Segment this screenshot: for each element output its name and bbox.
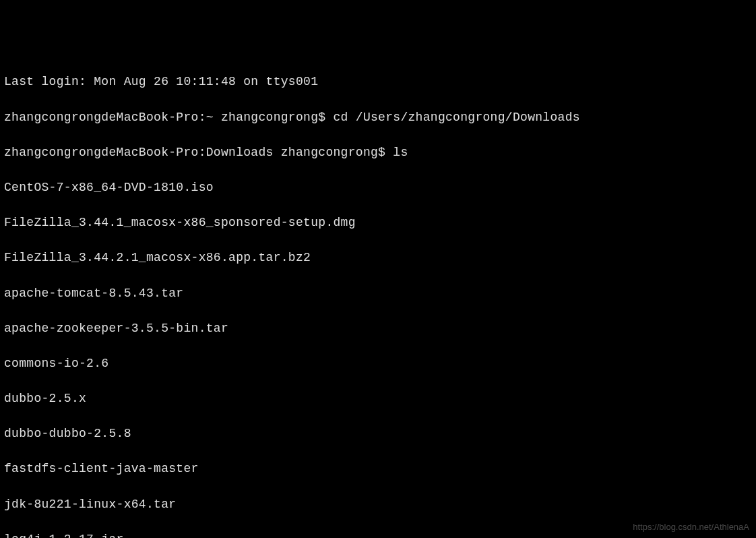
command-line-cd-downloads: zhangcongrongdeMacBook-Pro:~ zhangcongro…: [4, 109, 752, 126]
ls-output-item: apache-tomcat-8.5.43.tar: [4, 285, 752, 302]
prompt-home: zhangcongrongdeMacBook-Pro:~ zhangcongro…: [4, 111, 333, 124]
cmd-ls-1: ls: [393, 146, 408, 159]
ls-output-item: jdk-8u221-linux-x64.tar: [4, 496, 752, 513]
ls-output-item: FileZilla_3.44.1_macosx-x86_sponsored-se…: [4, 214, 752, 231]
ls-output-item: commons-io-2.6: [4, 355, 752, 372]
last-login-line: Last login: Mon Aug 26 10:11:48 on ttys0…: [4, 73, 752, 90]
ls-output-item: apache-zookeeper-3.5.5-bin.tar: [4, 320, 752, 337]
ls-output-item: dubbo-dubbo-2.5.8: [4, 425, 752, 442]
ls-output-item: CentOS-7-x86_64-DVD-1810.iso: [4, 179, 752, 196]
cmd-cd-downloads: cd /Users/zhangcongrong/Downloads: [333, 111, 579, 124]
ls-output-item: dubbo-2.5.x: [4, 390, 752, 407]
ls-output-item: fastdfs-client-java-master: [4, 460, 752, 477]
ls-output-item: FileZilla_3.44.2.1_macosx-x86.app.tar.bz…: [4, 249, 752, 266]
watermark-text: https://blog.csdn.net/AthlenaA: [633, 521, 749, 534]
prompt-downloads: zhangcongrongdeMacBook-Pro:Downloads zha…: [4, 146, 393, 159]
command-line-ls-downloads: zhangcongrongdeMacBook-Pro:Downloads zha…: [4, 144, 752, 161]
